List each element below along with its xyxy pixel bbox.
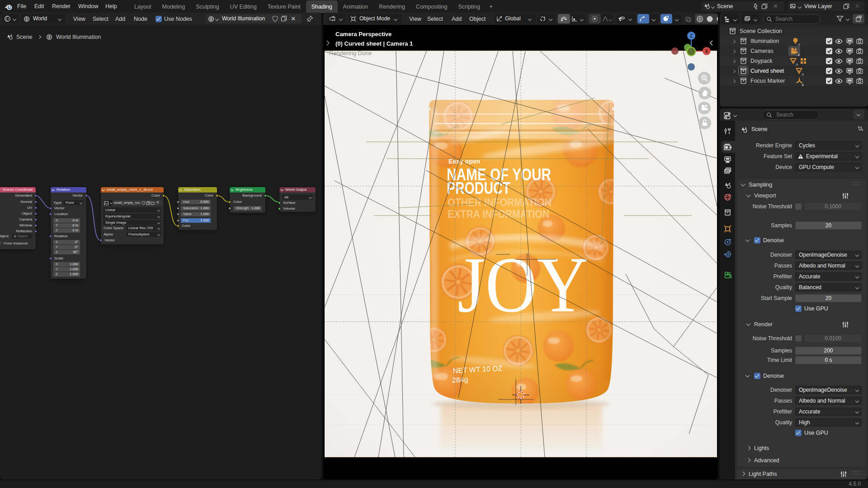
svg-text:284g: 284g bbox=[452, 375, 468, 384]
svg-text:Camera Perspective: Camera Perspective bbox=[335, 31, 392, 38]
svg-text:EXTRA INFORMATION: EXTRA INFORMATION bbox=[448, 208, 549, 220]
svg-text:X: X bbox=[705, 49, 708, 54]
svg-text:Z: Z bbox=[690, 33, 693, 38]
svg-text:(0) Curved sheet | Camera 1: (0) Curved sheet | Camera 1 bbox=[335, 40, 413, 47]
svg-text:PRODUCT: PRODUCT bbox=[447, 179, 510, 197]
svg-text:Rendering Done: Rendering Done bbox=[329, 50, 372, 56]
